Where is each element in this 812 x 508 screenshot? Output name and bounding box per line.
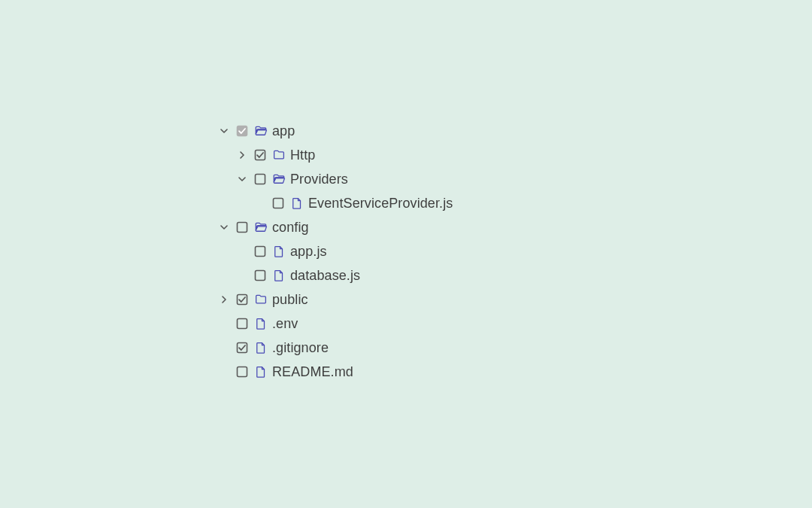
tree-row: .env [215, 312, 453, 336]
file-icon [269, 266, 289, 284]
tree-item-label[interactable]: app [271, 119, 295, 143]
file-icon [287, 194, 307, 212]
tree-item-label[interactable]: app.js [289, 239, 327, 263]
tree-item-label[interactable]: config [271, 215, 309, 239]
indent-spacer [215, 146, 233, 164]
folder-closed-icon [269, 146, 289, 164]
checkbox-unchecked[interactable] [233, 315, 251, 333]
checkbox-checked[interactable] [233, 339, 251, 357]
toggle-placeholder [233, 266, 251, 284]
file-tree: appHttpProvidersEventServiceProvider.jsc… [215, 119, 453, 384]
tree-item-label[interactable]: database.js [289, 263, 360, 287]
tree-item-label[interactable]: public [271, 287, 308, 312]
folder-open-icon [251, 122, 271, 140]
indent-spacer [233, 194, 251, 212]
chevron-right-icon[interactable] [233, 146, 251, 164]
file-icon [251, 363, 271, 381]
toggle-placeholder [215, 363, 233, 381]
toggle-placeholder [215, 315, 233, 333]
file-icon [269, 242, 289, 260]
indent-spacer [215, 194, 233, 212]
checkbox-indeterminate[interactable] [233, 122, 251, 140]
checkbox-unchecked[interactable] [251, 242, 269, 260]
tree-item-label[interactable]: .gitignore [271, 336, 329, 360]
tree-item-label[interactable]: .env [271, 312, 298, 336]
checkbox-unchecked[interactable] [233, 218, 251, 236]
tree-row: .gitignore [215, 336, 453, 360]
tree-row: Providers [215, 167, 453, 191]
checkbox-checked[interactable] [251, 146, 269, 164]
toggle-placeholder [215, 339, 233, 357]
folder-closed-icon [251, 291, 271, 309]
folder-open-icon [269, 170, 289, 188]
chevron-down-icon[interactable] [215, 218, 233, 236]
chevron-down-icon[interactable] [215, 122, 233, 140]
toggle-placeholder [251, 194, 269, 212]
tree-row: Http [215, 143, 453, 167]
file-icon [251, 315, 271, 333]
checkbox-checked[interactable] [233, 291, 251, 309]
folder-open-icon [251, 218, 271, 236]
tree-item-label[interactable]: Providers [289, 167, 348, 191]
indent-spacer [215, 242, 233, 260]
tree-item-label[interactable]: EventServiceProvider.js [307, 191, 453, 215]
tree-row: EventServiceProvider.js [215, 191, 453, 215]
checkbox-unchecked[interactable] [233, 363, 251, 381]
checkbox-unchecked[interactable] [269, 194, 287, 212]
chevron-down-icon[interactable] [233, 170, 251, 188]
tree-row: app.js [215, 239, 453, 263]
tree-row: README.md [215, 360, 453, 384]
checkbox-unchecked[interactable] [251, 266, 269, 284]
indent-spacer [215, 266, 233, 284]
tree-row: app [215, 119, 453, 143]
file-icon [251, 339, 271, 357]
indent-spacer [215, 170, 233, 188]
toggle-placeholder [233, 242, 251, 260]
chevron-right-icon[interactable] [215, 291, 233, 309]
tree-item-label[interactable]: README.md [271, 360, 353, 384]
tree-row: public [215, 287, 453, 312]
tree-item-label[interactable]: Http [289, 143, 315, 167]
tree-row: config [215, 215, 453, 239]
tree-row: database.js [215, 263, 453, 287]
checkbox-unchecked[interactable] [251, 170, 269, 188]
